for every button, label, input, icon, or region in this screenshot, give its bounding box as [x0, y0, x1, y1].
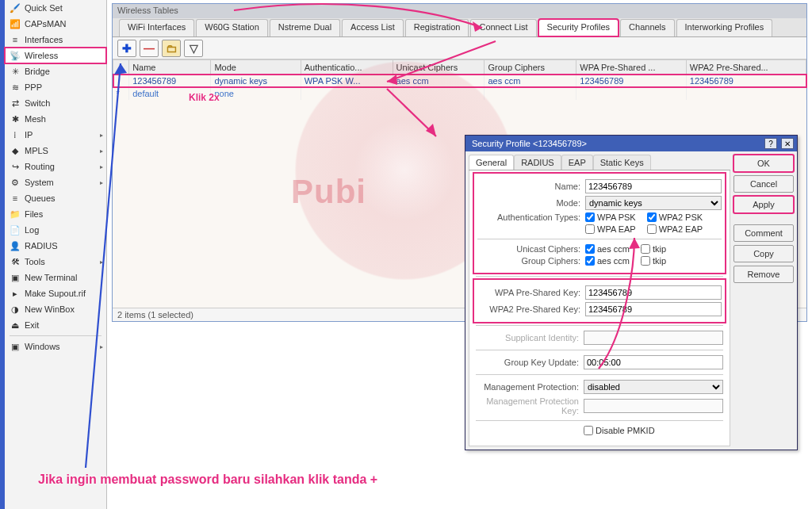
remove-button[interactable]: — — [140, 40, 159, 57]
sidebar-item-wireless[interactable]: 📡Wireless — [5, 48, 106, 63]
sidebar-item-make-supout.rif[interactable]: ▸Make Supout.rif — [5, 285, 106, 301]
copy-button[interactable]: 🗀 — [162, 40, 181, 57]
sidebar-item-mpls[interactable]: ◆MPLS▸ — [5, 143, 106, 159]
dialog-tab-eap[interactable]: EAP — [561, 155, 593, 170]
tab-security-profiles[interactable]: Security Profiles — [538, 19, 619, 36]
sidebar-item-log[interactable]: 📄Log — [5, 222, 106, 238]
mgmt-prot-label: Management Protection: — [476, 382, 579, 392]
tab-nstreme-dual[interactable]: Nstreme Dual — [270, 19, 340, 36]
sidebar-item-new-winbox[interactable]: ◑New WinBox — [5, 301, 106, 317]
column-header[interactable]: WPA2 Pre-Shared... — [686, 60, 806, 75]
sidebar-icon: 📄 — [10, 225, 21, 235]
sidebar-icon: ≋ — [10, 82, 21, 93]
copy-btn[interactable]: Copy — [733, 245, 794, 262]
sidebar-item-routing[interactable]: ↪Routing▸ — [5, 159, 106, 174]
wpa2-psk-check[interactable] — [647, 212, 657, 222]
chevron-right-icon: ▸ — [100, 258, 103, 266]
tab-interworking-profiles[interactable]: Interworking Profiles — [676, 19, 773, 36]
sidebar-item-mesh[interactable]: ✱Mesh — [5, 111, 106, 127]
ok-button[interactable]: OK — [733, 155, 794, 172]
dialog-tab-radius[interactable]: RADIUS — [514, 155, 561, 170]
uni-aesccm-check[interactable] — [585, 244, 595, 254]
group-key-update-field[interactable] — [584, 355, 723, 369]
table-row[interactable]: 123456789dynamic keysWPA PSK W...aes ccm… — [113, 75, 806, 87]
grp-aesccm-check[interactable] — [585, 256, 595, 266]
table-row[interactable]: *defaultnone — [113, 87, 806, 100]
cell-uni: aes ccm — [393, 75, 485, 87]
sidebar-item-label: Bridge — [25, 67, 50, 76]
column-header[interactable]: Mode — [211, 60, 301, 75]
mgmt-prot-select[interactable]: disabled — [584, 380, 723, 394]
table-header-row: NameModeAuthenticatio...Unicast CiphersG… — [113, 60, 806, 75]
sidebar-item-label: New Terminal — [25, 273, 77, 282]
dialog-tab-static-keys[interactable]: Static Keys — [593, 155, 651, 170]
add-button[interactable]: ✚ — [117, 40, 136, 57]
sidebar-item-label: RADIUS — [25, 241, 58, 251]
sidebar-item-radius[interactable]: 👤RADIUS — [5, 238, 106, 254]
disable-pmkid-check[interactable] — [584, 426, 593, 435]
chevron-right-icon: ▸ — [100, 179, 103, 186]
sidebar-item-system[interactable]: ⚙System▸ — [5, 174, 106, 190]
dialog-help-button[interactable]: ? — [764, 138, 777, 149]
dialog-tab-general[interactable]: General — [469, 155, 514, 170]
sidebar-item-label: Log — [25, 225, 39, 235]
column-header[interactable]: Unicast Ciphers — [393, 60, 485, 75]
sidebar-item-windows[interactable]: ▣Windows▸ — [5, 339, 106, 354]
column-header[interactable]: Authenticatio... — [301, 60, 393, 75]
sidebar-item-bridge[interactable]: ✳Bridge — [5, 63, 106, 79]
filter-button[interactable]: ▽ — [184, 40, 203, 57]
wpa-eap-check[interactable] — [585, 224, 595, 234]
apply-button[interactable]: Apply — [733, 196, 794, 213]
sidebar-item-new-terminal[interactable]: ▣New Terminal — [5, 270, 106, 285]
sidebar-item-exit[interactable]: ⏏Exit — [5, 317, 106, 333]
remove-btn[interactable]: Remove — [733, 266, 794, 283]
column-header[interactable] — [113, 60, 129, 75]
sidebar-icon: 🖌️ — [10, 3, 21, 13]
tab-wifi-interfaces[interactable]: WiFi Interfaces — [119, 19, 194, 36]
name-field[interactable] — [585, 179, 722, 193]
sidebar-item-label: Windows — [25, 342, 60, 351]
sidebar-item-label: Queues — [25, 193, 56, 203]
dialog-titlebar[interactable]: Security Profile <123456789> ? ✕ — [465, 136, 797, 151]
supplicant-field — [584, 331, 723, 345]
cell-name: 123456789 — [129, 75, 211, 87]
sidebar-item-quick-set[interactable]: 🖌️Quick Set — [5, 0, 106, 16]
column-header[interactable]: Group Ciphers — [485, 60, 576, 75]
wpa2-eap-check[interactable] — [647, 224, 657, 234]
tab-registration[interactable]: Registration — [405, 19, 469, 36]
uni-tkip-check[interactable] — [641, 244, 650, 254]
column-header[interactable]: WPA Pre-Shared ... — [576, 60, 687, 75]
tab-connect-list[interactable]: Connect List — [470, 19, 536, 36]
tab-access-list[interactable]: Access List — [342, 19, 404, 36]
dialog-title-text: Security Profile <123456789> — [472, 139, 587, 148]
sidebar-item-queues[interactable]: ≡Queues — [5, 190, 106, 206]
tab-channels[interactable]: Channels — [620, 19, 674, 36]
column-header[interactable]: Name — [129, 60, 211, 75]
name-label: Name: — [477, 182, 580, 191]
grp-tkip-check[interactable] — [641, 256, 650, 266]
dialog-close-button[interactable]: ✕ — [781, 138, 794, 149]
sidebar-item-capsman[interactable]: 📶CAPsMAN — [5, 16, 106, 32]
sidebar-item-switch[interactable]: ⇄Switch — [5, 95, 106, 111]
wpa2-key-field[interactable] — [585, 302, 722, 316]
sidebar-icon: 🛠 — [10, 257, 21, 266]
chevron-right-icon: ▸ — [100, 132, 103, 139]
cancel-button[interactable]: Cancel — [733, 175, 794, 193]
sidebar-item-tools[interactable]: 🛠Tools▸ — [5, 254, 106, 270]
sidebar-icon: 📶 — [10, 19, 21, 29]
sidebar-item-label: Quick Set — [25, 3, 63, 13]
mode-select[interactable]: dynamic keys — [585, 196, 722, 210]
security-profiles-table: NameModeAuthenticatio...Unicast CiphersG… — [113, 59, 806, 100]
sidebar-item-label: Files — [25, 209, 43, 219]
tab-w60g-station[interactable]: W60G Station — [196, 19, 267, 36]
wpa-key-field[interactable] — [585, 285, 722, 300]
comment-button[interactable]: Comment — [733, 224, 794, 242]
sidebar-item-files[interactable]: 📁Files — [5, 206, 106, 222]
chevron-right-icon: ▸ — [100, 343, 103, 350]
wpa-psk-check[interactable] — [585, 212, 595, 222]
sidebar-item-ip[interactable]: ⁞IP▸ — [5, 127, 106, 143]
sidebar-item-ppp[interactable]: ≋PPP — [5, 79, 106, 95]
sidebar-item-interfaces[interactable]: ≡Interfaces — [5, 32, 106, 48]
sidebar-item-label: Exit — [25, 320, 39, 330]
sidebar-item-label: Mesh — [25, 114, 46, 124]
